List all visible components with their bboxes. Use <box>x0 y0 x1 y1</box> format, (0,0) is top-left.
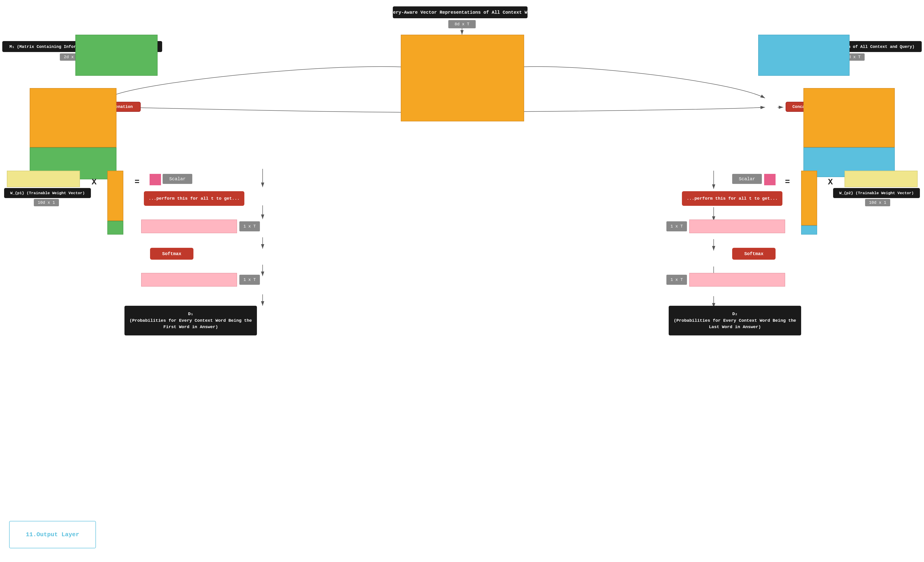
right-w-badge: 10d x 1 <box>865 199 890 206</box>
right-blue-top-block <box>758 35 849 76</box>
g-badge: 8d x T <box>448 20 476 28</box>
center-orange-block <box>401 35 524 121</box>
left-softmax-label: Softmax <box>150 248 194 260</box>
right-softmax-label: Softmax <box>732 248 776 260</box>
left-scalar-label: Scalar <box>163 174 192 184</box>
right-scalar-label: Scalar <box>732 174 762 184</box>
left-badge-1xt-2: 1 x T <box>239 275 260 285</box>
left-perform-text: ...perform this for all t to get... <box>144 191 244 206</box>
left-multiply-symbol: X <box>85 174 103 190</box>
left-scalar-pink <box>150 174 161 185</box>
right-pink-bar1 <box>689 220 785 233</box>
left-w-badge: 10d x 1 <box>34 199 59 206</box>
right-multiply-symbol: X <box>821 174 840 190</box>
right-perform-text: ...perform this for all t to get... <box>682 191 782 206</box>
output-layer-box: 11.Output Layer <box>9 521 96 548</box>
left-pink-bar2 <box>141 273 237 287</box>
right-pink-bar2 <box>689 273 785 287</box>
right-yellow-w <box>844 171 918 187</box>
right-orange-combined <box>803 88 895 147</box>
g-title-label: G (Query-Aware Vector Representations of… <box>393 6 528 18</box>
right-scalar-pink <box>764 174 776 185</box>
right-d2-label: D₂ (Probabilities for Every Context Word… <box>669 306 801 335</box>
right-badge-1xt-1: 1 x T <box>666 221 687 232</box>
diagram-container: G (Query-Aware Vector Representations of… <box>0 0 924 562</box>
right-vector-bar <box>801 171 817 235</box>
left-vector-bar <box>107 171 123 235</box>
left-d1-label: D₁ (Probabilities for Every Context Word… <box>124 306 257 335</box>
left-badge-1xt-1: 1 x T <box>239 221 260 232</box>
left-orange-combined <box>30 88 117 147</box>
right-badge-1xt-2: 1 x T <box>666 275 687 285</box>
left-pink-bar1 <box>141 220 237 233</box>
left-green-top-block <box>75 35 158 76</box>
left-yellow-w <box>7 171 80 187</box>
right-w-label: W_{p2} (Trainable Weight Vector) <box>833 188 920 198</box>
left-w-label: W_{p1} (Trainable Weight Vector) <box>4 188 91 198</box>
right-equals-symbol: = <box>778 174 796 190</box>
left-equals-symbol: = <box>128 174 146 190</box>
